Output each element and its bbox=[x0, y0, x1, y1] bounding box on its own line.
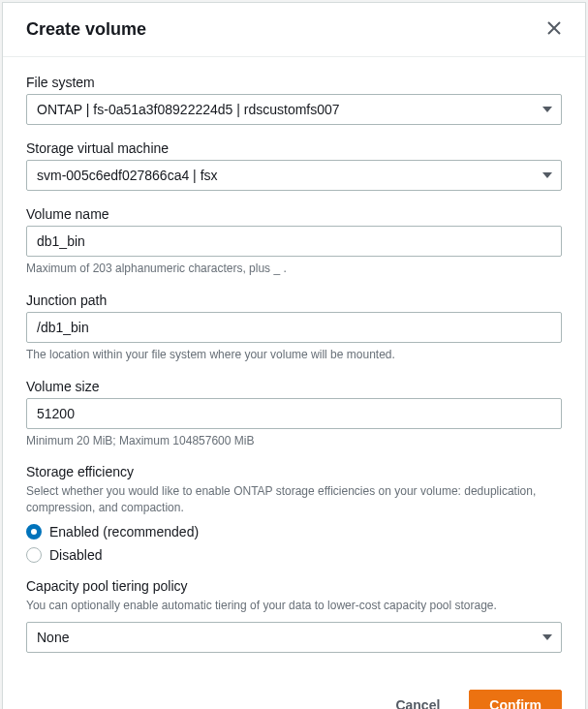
storage-efficiency-label: Storage efficiency bbox=[26, 464, 562, 479]
modal-header: Create volume bbox=[3, 3, 585, 57]
volume-name-help: Maximum of 203 alphanumeric characters, … bbox=[26, 261, 562, 277]
svm-value: svm-005c6edf027866ca4 | fsx bbox=[37, 167, 218, 184]
junction-path-label: Junction path bbox=[26, 293, 562, 308]
volume-size-label: Volume size bbox=[26, 379, 562, 394]
radio-enabled[interactable]: Enabled (recommended) bbox=[26, 524, 562, 539]
radio-disabled-label: Disabled bbox=[49, 547, 102, 563]
radio-disabled[interactable]: Disabled bbox=[26, 547, 562, 563]
file-system-value: ONTAP | fs-0a51a3f08922224d5 | rdscustom… bbox=[37, 101, 340, 118]
confirm-button[interactable]: Confirm bbox=[469, 690, 562, 709]
svm-label: Storage virtual machine bbox=[26, 140, 562, 156]
junction-path-help: The location within your file system whe… bbox=[26, 347, 562, 363]
tiering-select-wrap: None bbox=[26, 622, 562, 653]
tiering-label: Capacity pool tiering policy bbox=[26, 578, 562, 594]
radio-icon bbox=[26, 547, 42, 563]
tiering-desc: You can optionally enable automatic tier… bbox=[26, 598, 562, 614]
radio-enabled-label: Enabled (recommended) bbox=[49, 524, 199, 539]
storage-efficiency-desc: Select whether you would like to enable … bbox=[26, 483, 562, 516]
tiering-value: None bbox=[37, 629, 69, 646]
radio-icon bbox=[26, 524, 42, 539]
volume-size-input[interactable] bbox=[26, 398, 562, 429]
volume-size-help: Minimum 20 MiB; Maximum 104857600 MiB bbox=[26, 433, 562, 449]
modal-title: Create volume bbox=[26, 19, 146, 40]
cancel-button[interactable]: Cancel bbox=[376, 690, 459, 709]
volume-name-field: Volume name Maximum of 203 alphanumeric … bbox=[26, 206, 562, 277]
junction-path-input[interactable] bbox=[26, 312, 562, 343]
modal-body: File system ONTAP | fs-0a51a3f08922224d5… bbox=[3, 57, 585, 674]
modal-footer: Cancel Confirm bbox=[3, 674, 585, 709]
tiering-select[interactable]: None bbox=[26, 622, 562, 653]
svm-select-wrap: svm-005c6edf027866ca4 | fsx bbox=[26, 160, 562, 191]
create-volume-modal: Create volume File system ONTAP | fs-0a5… bbox=[2, 2, 586, 709]
file-system-select[interactable]: ONTAP | fs-0a51a3f08922224d5 | rdscustom… bbox=[26, 94, 562, 125]
volume-size-field: Volume size Minimum 20 MiB; Maximum 1048… bbox=[26, 379, 562, 449]
file-system-label: File system bbox=[26, 75, 562, 90]
volume-name-input[interactable] bbox=[26, 226, 562, 257]
storage-efficiency-field: Storage efficiency Select whether you wo… bbox=[26, 464, 562, 563]
junction-path-field: Junction path The location within your f… bbox=[26, 293, 562, 363]
close-icon bbox=[546, 20, 562, 39]
storage-efficiency-radio-group: Enabled (recommended) Disabled bbox=[26, 524, 562, 563]
svm-field: Storage virtual machine svm-005c6edf0278… bbox=[26, 140, 562, 191]
tiering-field: Capacity pool tiering policy You can opt… bbox=[26, 578, 562, 653]
volume-name-label: Volume name bbox=[26, 206, 562, 222]
close-button[interactable] bbox=[542, 16, 566, 43]
svm-select[interactable]: svm-005c6edf027866ca4 | fsx bbox=[26, 160, 562, 191]
file-system-select-wrap: ONTAP | fs-0a51a3f08922224d5 | rdscustom… bbox=[26, 94, 562, 125]
file-system-field: File system ONTAP | fs-0a51a3f08922224d5… bbox=[26, 75, 562, 125]
